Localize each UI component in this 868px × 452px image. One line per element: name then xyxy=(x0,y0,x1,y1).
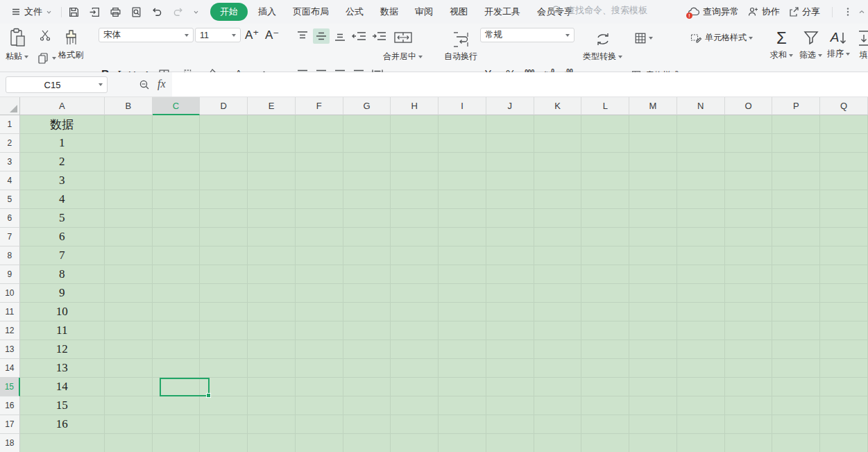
file-menu-button[interactable]: 文件 xyxy=(7,3,56,21)
cell-O17[interactable] xyxy=(725,415,773,434)
column-header-D[interactable]: D xyxy=(200,97,248,115)
cell-E1[interactable] xyxy=(248,115,296,134)
cell-D6[interactable] xyxy=(200,209,248,228)
cell-J7[interactable] xyxy=(486,228,534,246)
column-header-E[interactable]: E xyxy=(248,97,296,115)
cell-L11[interactable] xyxy=(581,303,629,321)
cell-I13[interactable] xyxy=(439,340,486,359)
cell-I16[interactable] xyxy=(439,396,486,415)
more-commands-icon[interactable] xyxy=(192,8,201,17)
decrease-indent-button[interactable] xyxy=(350,28,368,44)
redo-icon[interactable] xyxy=(171,5,185,19)
cell-O2[interactable] xyxy=(725,134,773,153)
cell-N11[interactable] xyxy=(677,303,725,321)
cell-F8[interactable] xyxy=(296,246,343,265)
cell-M7[interactable] xyxy=(629,228,677,246)
column-header-K[interactable]: K xyxy=(534,97,582,115)
cell-Q2[interactable] xyxy=(820,134,868,153)
cell-J12[interactable] xyxy=(486,321,534,340)
number-format-select[interactable]: 常规 xyxy=(480,28,575,42)
cell-B5[interactable] xyxy=(105,190,153,209)
cell-N7[interactable] xyxy=(677,228,725,246)
column-header-J[interactable]: J xyxy=(486,97,534,115)
cell-Q14[interactable] xyxy=(820,359,868,378)
column-header-Q[interactable]: Q xyxy=(820,97,868,115)
cell-Q8[interactable] xyxy=(820,246,868,265)
cell-M14[interactable] xyxy=(629,359,677,378)
cell-P14[interactable] xyxy=(772,359,820,378)
cell-K17[interactable] xyxy=(534,415,582,434)
cell-J15[interactable] xyxy=(486,378,534,396)
column-header-M[interactable]: M xyxy=(629,97,677,115)
cell-A16[interactable]: 15 xyxy=(20,396,105,415)
cell-D12[interactable] xyxy=(200,321,248,340)
cell-P12[interactable] xyxy=(772,321,820,340)
column-header-H[interactable]: H xyxy=(391,97,439,115)
cell-L18[interactable] xyxy=(581,434,629,452)
cell-B12[interactable] xyxy=(105,321,153,340)
cell-K6[interactable] xyxy=(534,209,582,228)
cell-L13[interactable] xyxy=(581,340,629,359)
cell-G12[interactable] xyxy=(343,321,391,340)
cell-L14[interactable] xyxy=(581,359,629,378)
cell-J3[interactable] xyxy=(486,153,534,171)
cell-G1[interactable] xyxy=(343,115,391,134)
cell-O18[interactable] xyxy=(725,434,773,452)
cell-K3[interactable] xyxy=(534,153,582,171)
cell-J17[interactable] xyxy=(486,415,534,434)
cell-L17[interactable] xyxy=(581,415,629,434)
cell-O12[interactable] xyxy=(725,321,773,340)
cell-G2[interactable] xyxy=(343,134,391,153)
cell-L7[interactable] xyxy=(581,228,629,246)
align-top-button[interactable] xyxy=(294,28,311,44)
save-icon[interactable] xyxy=(67,5,81,19)
cell-E13[interactable] xyxy=(248,340,296,359)
cell-Q18[interactable] xyxy=(820,434,868,452)
cell-E16[interactable] xyxy=(248,396,296,415)
cell-A15[interactable]: 14 xyxy=(20,378,105,396)
cell-P3[interactable] xyxy=(772,153,820,171)
cell-I2[interactable] xyxy=(439,134,486,153)
cell-O14[interactable] xyxy=(725,359,773,378)
cell-E5[interactable] xyxy=(248,190,296,209)
cell-O6[interactable] xyxy=(725,209,773,228)
column-header-G[interactable]: G xyxy=(343,97,391,115)
cell-J5[interactable] xyxy=(486,190,534,209)
cell-Q12[interactable] xyxy=(820,321,868,340)
cell-K1[interactable] xyxy=(534,115,582,134)
cell-H5[interactable] xyxy=(391,190,439,209)
column-header-A[interactable]: A xyxy=(20,97,105,115)
cell-N12[interactable] xyxy=(677,321,725,340)
cell-G16[interactable] xyxy=(343,396,391,415)
row-header-6[interactable]: 6 xyxy=(0,209,20,228)
cell-A6[interactable]: 5 xyxy=(20,209,105,228)
cell-H6[interactable] xyxy=(391,209,439,228)
cell-H9[interactable] xyxy=(391,265,439,284)
cell-J2[interactable] xyxy=(486,134,534,153)
cell-A10[interactable]: 9 xyxy=(20,284,105,303)
cell-M13[interactable] xyxy=(629,340,677,359)
cell-A12[interactable]: 11 xyxy=(20,321,105,340)
cell-M16[interactable] xyxy=(629,396,677,415)
cell-M3[interactable] xyxy=(629,153,677,171)
cell-J10[interactable] xyxy=(486,284,534,303)
cell-G10[interactable] xyxy=(343,284,391,303)
cell-B3[interactable] xyxy=(105,153,153,171)
cell-C14[interactable] xyxy=(153,359,201,378)
cell-P5[interactable] xyxy=(772,190,820,209)
cell-C7[interactable] xyxy=(153,228,201,246)
tab-formulas[interactable]: 公式 xyxy=(337,2,372,22)
cell-N5[interactable] xyxy=(677,190,725,209)
cell-C11[interactable] xyxy=(153,303,201,321)
cell-N3[interactable] xyxy=(677,153,725,171)
cell-L9[interactable] xyxy=(581,265,629,284)
cell-I7[interactable] xyxy=(439,228,486,246)
cell-C18[interactable] xyxy=(153,434,201,452)
cell-A13[interactable]: 12 xyxy=(20,340,105,359)
cell-Q13[interactable] xyxy=(820,340,868,359)
fill-handle[interactable] xyxy=(206,393,211,398)
cell-O4[interactable] xyxy=(725,171,773,190)
cell-A7[interactable]: 6 xyxy=(20,228,105,246)
cell-L2[interactable] xyxy=(581,134,629,153)
cell-J1[interactable] xyxy=(486,115,534,134)
